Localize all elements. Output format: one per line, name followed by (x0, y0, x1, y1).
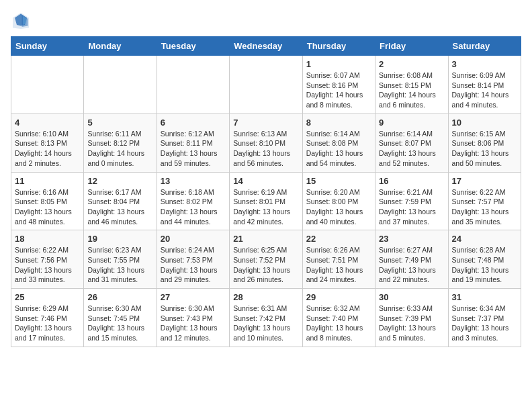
day-info: Sunrise: 6:22 AM Sunset: 7:57 PM Dayligh… (452, 187, 517, 227)
day-number: 29 (306, 292, 371, 302)
day-info: Sunrise: 6:22 AM Sunset: 7:56 PM Dayligh… (15, 245, 80, 285)
calendar-cell: 30Sunrise: 6:33 AM Sunset: 7:39 PM Dayli… (375, 289, 448, 347)
day-info: Sunrise: 6:33 AM Sunset: 7:39 PM Dayligh… (379, 304, 444, 343)
day-number: 21 (233, 234, 298, 244)
day-info: Sunrise: 6:19 AM Sunset: 8:01 PM Dayligh… (233, 187, 298, 227)
calendar-cell: 27Sunrise: 6:30 AM Sunset: 7:43 PM Dayli… (157, 289, 229, 347)
day-number: 23 (379, 234, 444, 244)
column-header-thursday: Thursday (302, 37, 375, 56)
day-info: Sunrise: 6:28 AM Sunset: 7:48 PM Dayligh… (452, 245, 517, 285)
day-info: Sunrise: 6:34 AM Sunset: 7:37 PM Dayligh… (452, 304, 517, 343)
calendar-cell (84, 56, 157, 114)
calendar-week-1: 1Sunrise: 6:07 AM Sunset: 8:16 PM Daylig… (11, 56, 521, 114)
day-number: 26 (87, 292, 152, 302)
calendar-cell: 3Sunrise: 6:09 AM Sunset: 8:14 PM Daylig… (448, 56, 521, 114)
day-number: 2 (379, 59, 444, 69)
day-number: 9 (379, 118, 444, 128)
day-info: Sunrise: 6:27 AM Sunset: 7:49 PM Dayligh… (379, 245, 444, 285)
calendar-cell: 13Sunrise: 6:18 AM Sunset: 8:02 PM Dayli… (157, 172, 229, 230)
day-info: Sunrise: 6:20 AM Sunset: 8:00 PM Dayligh… (306, 187, 371, 227)
calendar-cell: 8Sunrise: 6:14 AM Sunset: 8:08 PM Daylig… (302, 113, 375, 172)
calendar-cell: 16Sunrise: 6:21 AM Sunset: 7:59 PM Dayli… (375, 172, 448, 230)
day-number: 27 (161, 292, 226, 302)
day-info: Sunrise: 6:17 AM Sunset: 8:04 PM Dayligh… (87, 187, 152, 227)
day-info: Sunrise: 6:21 AM Sunset: 7:59 PM Dayligh… (379, 187, 444, 227)
day-info: Sunrise: 6:14 AM Sunset: 8:08 PM Dayligh… (306, 129, 371, 169)
day-info: Sunrise: 6:12 AM Sunset: 8:11 PM Dayligh… (161, 129, 226, 169)
day-number: 25 (15, 292, 80, 302)
calendar-cell: 24Sunrise: 6:28 AM Sunset: 7:48 PM Dayli… (448, 230, 521, 289)
calendar-cell: 5Sunrise: 6:11 AM Sunset: 8:12 PM Daylig… (84, 113, 157, 172)
calendar-cell: 2Sunrise: 6:08 AM Sunset: 8:15 PM Daylig… (375, 56, 448, 114)
day-number: 16 (379, 176, 444, 186)
day-info: Sunrise: 6:15 AM Sunset: 8:06 PM Dayligh… (452, 129, 517, 169)
calendar-week-2: 4Sunrise: 6:10 AM Sunset: 8:13 PM Daylig… (11, 113, 521, 172)
day-number: 7 (233, 118, 298, 128)
day-info: Sunrise: 6:10 AM Sunset: 8:13 PM Dayligh… (15, 129, 80, 169)
column-header-monday: Monday (84, 37, 157, 56)
calendar-cell: 11Sunrise: 6:16 AM Sunset: 8:05 PM Dayli… (11, 172, 84, 230)
day-info: Sunrise: 6:23 AM Sunset: 7:55 PM Dayligh… (87, 245, 152, 285)
calendar-cell: 25Sunrise: 6:29 AM Sunset: 7:46 PM Dayli… (11, 289, 84, 347)
day-info: Sunrise: 6:30 AM Sunset: 7:43 PM Dayligh… (161, 304, 226, 343)
day-info: Sunrise: 6:30 AM Sunset: 7:45 PM Dayligh… (87, 304, 152, 343)
day-number: 3 (452, 59, 517, 69)
calendar-cell: 28Sunrise: 6:31 AM Sunset: 7:42 PM Dayli… (230, 289, 302, 347)
calendar-cell: 23Sunrise: 6:27 AM Sunset: 7:49 PM Dayli… (375, 230, 448, 289)
day-info: Sunrise: 6:16 AM Sunset: 8:05 PM Dayligh… (15, 187, 80, 227)
column-header-sunday: Sunday (11, 37, 84, 56)
calendar-week-5: 25Sunrise: 6:29 AM Sunset: 7:46 PM Dayli… (11, 289, 521, 347)
calendar-cell: 22Sunrise: 6:26 AM Sunset: 7:51 PM Dayli… (302, 230, 375, 289)
day-number: 15 (306, 176, 371, 186)
day-info: Sunrise: 6:31 AM Sunset: 7:42 PM Dayligh… (233, 304, 298, 343)
day-number: 24 (452, 234, 517, 244)
calendar-cell (230, 56, 302, 114)
day-info: Sunrise: 6:29 AM Sunset: 7:46 PM Dayligh… (15, 304, 80, 343)
day-info: Sunrise: 6:14 AM Sunset: 8:07 PM Dayligh… (379, 129, 444, 169)
calendar-cell: 12Sunrise: 6:17 AM Sunset: 8:04 PM Dayli… (84, 172, 157, 230)
column-header-saturday: Saturday (448, 37, 521, 56)
calendar-cell: 17Sunrise: 6:22 AM Sunset: 7:57 PM Dayli… (448, 172, 521, 230)
calendar-cell: 15Sunrise: 6:20 AM Sunset: 8:00 PM Dayli… (302, 172, 375, 230)
calendar-cell: 7Sunrise: 6:13 AM Sunset: 8:10 PM Daylig… (230, 113, 302, 172)
day-number: 13 (161, 176, 226, 186)
column-header-tuesday: Tuesday (157, 37, 229, 56)
calendar-cell: 20Sunrise: 6:24 AM Sunset: 7:53 PM Dayli… (157, 230, 229, 289)
day-number: 20 (161, 234, 226, 244)
calendar-cell: 29Sunrise: 6:32 AM Sunset: 7:40 PM Dayli… (302, 289, 375, 347)
day-number: 18 (15, 234, 80, 244)
day-number: 28 (233, 292, 298, 302)
day-number: 4 (15, 118, 80, 128)
day-info: Sunrise: 6:13 AM Sunset: 8:10 PM Dayligh… (233, 129, 298, 169)
calendar-cell: 21Sunrise: 6:25 AM Sunset: 7:52 PM Dayli… (230, 230, 302, 289)
day-info: Sunrise: 6:18 AM Sunset: 8:02 PM Dayligh… (161, 187, 226, 227)
day-number: 6 (161, 118, 226, 128)
logo (11, 11, 34, 31)
day-info: Sunrise: 6:25 AM Sunset: 7:52 PM Dayligh… (233, 245, 298, 285)
calendar-table: SundayMondayTuesdayWednesdayThursdayFrid… (11, 36, 521, 347)
calendar-cell: 4Sunrise: 6:10 AM Sunset: 8:13 PM Daylig… (11, 113, 84, 172)
calendar-cell: 31Sunrise: 6:34 AM Sunset: 7:37 PM Dayli… (448, 289, 521, 347)
day-number: 1 (306, 59, 371, 69)
day-number: 14 (233, 176, 298, 186)
day-info: Sunrise: 6:09 AM Sunset: 8:14 PM Dayligh… (452, 71, 517, 110)
column-header-wednesday: Wednesday (230, 37, 302, 56)
calendar-week-4: 18Sunrise: 6:22 AM Sunset: 7:56 PM Dayli… (11, 230, 521, 289)
page-header (11, 11, 521, 31)
calendar-cell: 14Sunrise: 6:19 AM Sunset: 8:01 PM Dayli… (230, 172, 302, 230)
calendar-cell: 18Sunrise: 6:22 AM Sunset: 7:56 PM Dayli… (11, 230, 84, 289)
calendar-cell: 19Sunrise: 6:23 AM Sunset: 7:55 PM Dayli… (84, 230, 157, 289)
day-number: 12 (87, 176, 152, 186)
calendar-cell: 6Sunrise: 6:12 AM Sunset: 8:11 PM Daylig… (157, 113, 229, 172)
calendar-cell: 10Sunrise: 6:15 AM Sunset: 8:06 PM Dayli… (448, 113, 521, 172)
day-number: 30 (379, 292, 444, 302)
day-number: 19 (87, 234, 152, 244)
calendar-cell: 9Sunrise: 6:14 AM Sunset: 8:07 PM Daylig… (375, 113, 448, 172)
logo-icon (11, 11, 31, 31)
calendar-week-3: 11Sunrise: 6:16 AM Sunset: 8:05 PM Dayli… (11, 172, 521, 230)
day-number: 31 (452, 292, 517, 302)
calendar-cell: 26Sunrise: 6:30 AM Sunset: 7:45 PM Dayli… (84, 289, 157, 347)
day-number: 10 (452, 118, 517, 128)
calendar-cell: 1Sunrise: 6:07 AM Sunset: 8:16 PM Daylig… (302, 56, 375, 114)
day-header-row: SundayMondayTuesdayWednesdayThursdayFrid… (11, 37, 521, 56)
